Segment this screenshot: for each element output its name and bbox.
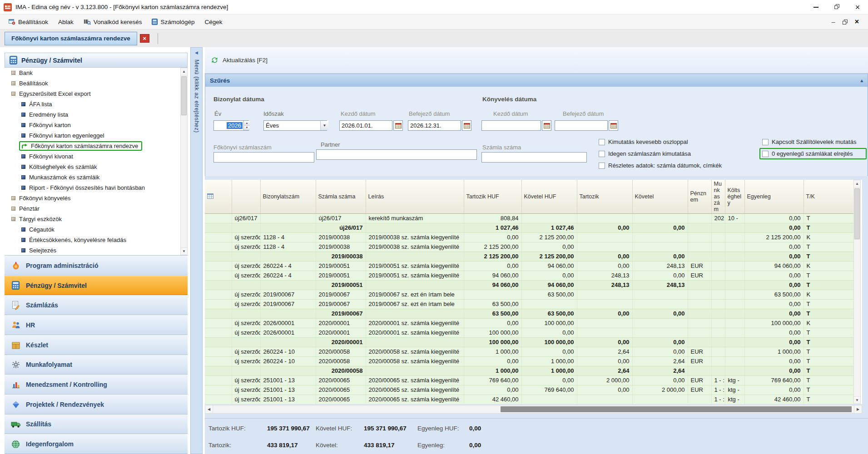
tree-item-beallitasok[interactable]: Beállítások bbox=[5, 78, 180, 89]
column-header-leiras[interactable]: Leírás bbox=[366, 180, 464, 214]
table-row[interactable]: új26/017új26/017kerekítő munkaszám808,84… bbox=[205, 214, 853, 223]
hscroll-thumb[interactable] bbox=[501, 406, 852, 412]
tab-close-button[interactable]: × bbox=[140, 34, 149, 43]
accordion-item-munkafolyamat[interactable]: Munkafolyamat bbox=[5, 355, 188, 375]
ev-input[interactable]: 2026 ▲▼ bbox=[213, 120, 249, 131]
tree-item-fokonyvi-karton-egyenleggel[interactable]: Főkönyvi karton egyenleggel bbox=[5, 130, 180, 141]
scroll-right-icon[interactable]: ▶ bbox=[854, 405, 862, 413]
checkbox-box[interactable] bbox=[599, 151, 605, 157]
table-row[interactable]: új szerződé1128 - 42019/000382019/00038 … bbox=[205, 233, 853, 242]
accordion-item-menedzsment-kontrolling[interactable]: Menedzsment / Kontrolling bbox=[5, 375, 188, 395]
grid-scroll-thumb[interactable] bbox=[854, 188, 860, 239]
column-header-tartozik-huf[interactable]: Tartozik HUF bbox=[464, 180, 521, 214]
column-header-munkaszam[interactable]: Munkaszám bbox=[711, 180, 725, 214]
table-row[interactable]: új szerződé260224 - 42019/000512019/0005… bbox=[205, 262, 853, 271]
table-row[interactable]: új szerződé251001 - 132020/000652020/000… bbox=[205, 395, 853, 405]
column-header-icon[interactable] bbox=[205, 180, 232, 214]
table-row[interactable]: új szerződé2026/000012020/000012020/0000… bbox=[205, 328, 853, 338]
table-row[interactable]: új szerződé251001 - 132020/000652020/000… bbox=[205, 376, 853, 385]
tree-item-targyi-eszkozok[interactable]: Tárgyi eszközök bbox=[5, 214, 180, 224]
accordion-item-keszlet[interactable]: Készlet bbox=[5, 335, 188, 355]
tree-item-riport-fokonyvi-osszesites-havi-bontasban[interactable]: Riport - Főkönyvi összesítés havi bontás… bbox=[5, 183, 180, 193]
table-row[interactable]: új szerződé260224 - 102020/000582020/000… bbox=[205, 357, 853, 366]
tree-item-fokonyvi-karton-szamlaszamra-rendezve[interactable]: Főkönyvi karton számlaszámra rendezve bbox=[5, 141, 180, 151]
tree-item-bank[interactable]: Bank bbox=[5, 68, 180, 78]
table-subtotal-row[interactable]: 2020/000581 000,001 000,002,642,640,00T bbox=[205, 366, 853, 376]
refresh-button[interactable]: Aktualizálás [F2] bbox=[210, 56, 268, 64]
menu-collapse-strip[interactable]: ◀ Menü (klikk az elrejtéshez) bbox=[190, 47, 203, 454]
table-row[interactable]: új szerződé260224 - 42019/000512019/0005… bbox=[205, 271, 853, 281]
tree-item-munkaszamok-es-szamlaik[interactable]: Munkaszámok és számláik bbox=[5, 172, 180, 183]
fokonyvi-szamlaszam-input[interactable] bbox=[213, 152, 314, 163]
scroll-left-icon[interactable]: ◀ bbox=[205, 405, 213, 413]
accordion-item-penzugy-szamvitel[interactable]: Pénzügy / Számvitel bbox=[5, 276, 188, 296]
tree-item-eredmeny-lista[interactable]: Eredmény lista bbox=[5, 109, 180, 120]
szamla-szama-input[interactable] bbox=[481, 152, 587, 163]
checkbox-kapcsolt-szallitolevelek-mutatas[interactable]: Kapcsolt Szállítólevelek mutatás bbox=[762, 138, 856, 145]
grid-scroll-up-icon[interactable]: ▲ bbox=[854, 180, 860, 188]
checkbox-0-egyenlegu-szamlakat-elrejtes[interactable]: 0 egyenlegű számlákat elrejtés bbox=[762, 150, 853, 157]
table-subtotal-row[interactable]: 2019/0006763 500,0063 500,000,000,000,00… bbox=[205, 309, 853, 319]
menu-item-cegek[interactable]: Cégek bbox=[199, 15, 227, 29]
menu-item-vonalkod-kereses[interactable]: Vonalkód keresés bbox=[79, 15, 147, 29]
accordion-item-idegenforgalom[interactable]: Idegenforgalom bbox=[5, 434, 188, 454]
column-header-empty[interactable] bbox=[232, 180, 260, 214]
grid-scroll-down-icon[interactable]: ▼ bbox=[854, 396, 860, 404]
konyveles-befejezo-input[interactable] bbox=[555, 120, 608, 131]
scroll-up-icon[interactable]: ▲ bbox=[181, 68, 187, 75]
ev-spinner[interactable]: ▲▼ bbox=[243, 121, 250, 130]
table-subtotal-row[interactable]: új26/0171 027,461 027,460,000,000,00T bbox=[205, 223, 853, 233]
checkbox-reszletes-adatok-szamla-datumok-cimkek[interactable]: Részletes adatok: számla dátumok, címkék bbox=[599, 162, 722, 169]
tree-item-selejtezes[interactable]: Selejtezés bbox=[5, 245, 180, 255]
konyveles-befejezo-calendar-button[interactable] bbox=[609, 120, 618, 131]
tree-item-fokonyvi-kivonat[interactable]: Főkönyvi kivonat bbox=[5, 151, 180, 162]
accordion-item-hr[interactable]: HR bbox=[5, 315, 188, 335]
table-row[interactable]: új szerződé260224 - 102020/000582020/000… bbox=[205, 347, 853, 357]
column-header-penznem[interactable]: Pénznem bbox=[688, 180, 711, 214]
table-subtotal-row[interactable]: 2020/00001100 000,00100 000,000,000,000,… bbox=[205, 338, 853, 347]
column-header-kovetel-huf[interactable]: Követel HUF bbox=[521, 180, 577, 214]
idoszak-select[interactable]: Éves ▼ bbox=[263, 120, 327, 131]
tree-item-koltseghelyek-es-szamlak[interactable]: Költséghelyek és számlák bbox=[5, 162, 180, 172]
checkbox-box[interactable] bbox=[599, 139, 605, 145]
collapse-panel-icon[interactable]: ▴ bbox=[860, 78, 863, 84]
partner-input[interactable] bbox=[316, 149, 477, 160]
spin-down-icon[interactable]: ▼ bbox=[244, 126, 250, 131]
mdi-minimize-button[interactable]: – bbox=[832, 18, 835, 25]
accordion-item-projektek-rendezvenyek[interactable]: Projektek / Rendezvények bbox=[5, 395, 188, 415]
dropdown-arrow-icon[interactable]: ▼ bbox=[320, 121, 328, 130]
accordion-item-szallitas[interactable]: Szállítás bbox=[5, 415, 188, 434]
tree-item-fokonyvi-karton[interactable]: Főkönyvi karton bbox=[5, 120, 180, 130]
scroll-down-icon[interactable]: ▼ bbox=[181, 247, 187, 255]
restore-button[interactable] bbox=[826, 0, 847, 14]
column-header-kovetel[interactable]: Követel bbox=[632, 180, 688, 214]
table-row[interactable]: új szerződé251001 - 132020/000652020/000… bbox=[205, 385, 853, 395]
befejezo-datum-input[interactable]: 2026.12.31. bbox=[408, 120, 461, 131]
table-row[interactable]: új szerződé2019/000672019/000672019/0006… bbox=[205, 300, 853, 309]
table-row[interactable]: új szerződé2026/000012020/000012020/0000… bbox=[205, 319, 853, 328]
close-button[interactable]: × bbox=[847, 0, 868, 14]
filter-panel-header[interactable]: Szűrés ▴ bbox=[205, 74, 868, 87]
konyveles-kezdo-input[interactable] bbox=[481, 120, 541, 131]
tree-scroll-thumb[interactable] bbox=[181, 76, 187, 115]
grid-vertical-scrollbar[interactable]: ▲ ▼ bbox=[853, 180, 861, 404]
column-header-tartozik[interactable]: Tartozik bbox=[577, 180, 632, 214]
tree-item-egyszerusitett-excel-export[interactable]: Egyszerűsített Excel export bbox=[5, 89, 180, 99]
checkbox-box[interactable] bbox=[599, 163, 605, 169]
column-header-koltseghely[interactable]: Költséghely bbox=[725, 180, 744, 214]
menu-item-szamologep[interactable]: Számológép bbox=[147, 15, 199, 29]
tree-scrollbar[interactable]: ▲ ▼ bbox=[180, 68, 188, 255]
table-subtotal-row[interactable]: 2019/0005194 060,0094 060,00248,13248,13… bbox=[205, 281, 853, 290]
column-header-szamla-szama[interactable]: Számla száma bbox=[316, 180, 366, 214]
kezdo-datum-input[interactable]: 2026.01.01. bbox=[339, 120, 392, 131]
accordion-item-szamlazas[interactable]: Számlázás bbox=[5, 295, 188, 315]
spin-up-icon[interactable]: ▲ bbox=[244, 121, 250, 126]
column-header-bizonylatszam[interactable]: Bizonylatszám bbox=[260, 180, 316, 214]
table-subtotal-row[interactable]: 2019/000382 125 200,002 125 200,000,000,… bbox=[205, 252, 853, 262]
tree-item-fokonyvi-konyveles[interactable]: Főkönyvi könyvelés bbox=[5, 193, 180, 203]
tree-item-cegautok[interactable]: Cégautók bbox=[5, 224, 180, 235]
mdi-restore-button[interactable] bbox=[843, 20, 848, 25]
tree-item-ertekcsokkenes-konyvelesre-feladas[interactable]: Értékcsökkenés, könyvelésre feladás bbox=[5, 235, 180, 245]
checkbox-kimutatas-kevesebb-oszloppal[interactable]: Kimutatás kevesebb oszloppal bbox=[599, 138, 688, 145]
grid-horizontal-scrollbar[interactable]: ◀ ▶ bbox=[205, 405, 862, 414]
